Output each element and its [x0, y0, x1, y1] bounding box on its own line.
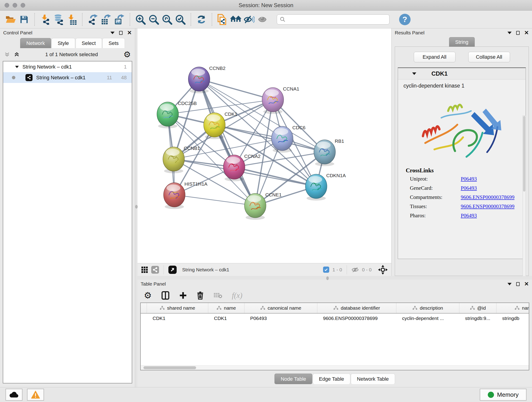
zoom-out-icon[interactable] [147, 13, 160, 26]
minimize-window-button[interactable] [13, 3, 17, 7]
zoom-in-icon[interactable] [134, 13, 147, 26]
delete-table-icon[interactable] [214, 292, 222, 299]
zoom-selected-icon[interactable] [174, 13, 187, 26]
panel-menu-icon[interactable] [110, 32, 114, 34]
crosslink-link[interactable]: P06493 [461, 176, 477, 182]
results-vertical-scrollbar[interactable] [523, 115, 526, 280]
network-canvas[interactable]: CCNB2CCNA1CDC25BCDK1CDC6RB1CCNB1CCNA2CDK… [138, 28, 391, 263]
import-network-file-icon[interactable] [38, 13, 52, 26]
cloud-status-button[interactable] [6, 389, 22, 401]
crosslinks-heading: CrossLinks [406, 167, 526, 174]
crosslink-link[interactable]: P06493 [461, 185, 477, 191]
expand-all-button[interactable]: Expand All [414, 52, 456, 62]
crosslink-link[interactable]: 9606.ENSP00000378699 [461, 204, 515, 210]
column-header--id[interactable]: @id [459, 303, 496, 313]
save-session-icon[interactable] [17, 13, 31, 26]
crosslink-link[interactable]: 9606.ENSP00000378699 [461, 194, 515, 200]
network-node-rb1[interactable]: RB1 [314, 138, 344, 166]
tab-select[interactable]: Select [76, 38, 102, 48]
import-network-database-icon[interactable] [52, 13, 65, 26]
maximize-window-button[interactable] [21, 3, 25, 7]
panel-float-icon[interactable] [119, 31, 123, 35]
splitter-handle[interactable] [326, 276, 329, 280]
tab-edge-table[interactable]: Edge Table [313, 374, 350, 384]
table-horizontal-scrollbar[interactable] [141, 365, 529, 370]
panel-menu-icon[interactable] [507, 32, 512, 34]
column-header-name[interactable]: name [208, 303, 244, 313]
column-header-namespace[interactable]: namespace [496, 303, 529, 313]
tab-sets[interactable]: Sets [102, 38, 125, 48]
panel-float-icon[interactable] [516, 31, 520, 35]
home-pages-icon[interactable] [229, 13, 242, 26]
column-header-database-identifier[interactable]: database identifier [317, 303, 396, 313]
column-header-canonical-name[interactable]: canonical name [244, 303, 317, 313]
column-header-description[interactable]: description [396, 303, 459, 313]
network-row[interactable]: String Network – cdk1 11 48 [3, 72, 132, 83]
tab-string[interactable]: String [449, 37, 475, 47]
panel-close-icon[interactable]: ✕ [127, 30, 132, 36]
scrollbar-thumb[interactable] [523, 116, 525, 191]
open-session-icon[interactable] [4, 13, 17, 26]
selected-nodes-checkbox[interactable] [323, 267, 329, 273]
fit-content-crosshair-icon[interactable] [378, 265, 388, 274]
crosslink-link[interactable]: P06493 [461, 213, 477, 219]
refresh-view-icon[interactable] [195, 13, 208, 26]
duplicate-network-icon[interactable] [216, 13, 229, 26]
warning-status-button[interactable] [27, 389, 44, 401]
show-columns-icon[interactable] [161, 291, 170, 300]
delete-column-trash-icon[interactable] [196, 291, 204, 300]
network-node-cdkn1a[interactable]: CDKN1A [305, 173, 346, 201]
vertical-splitter[interactable] [135, 28, 138, 387]
splitter-handle[interactable] [135, 205, 138, 209]
export-table-icon[interactable] [99, 13, 113, 26]
panel-menu-icon[interactable] [507, 283, 512, 285]
network-node-ccne1[interactable]: CCNE1 [244, 192, 282, 220]
gene-header[interactable]: CDK1 [398, 68, 526, 80]
add-column-plus-icon[interactable] [179, 292, 187, 299]
collection-expand-icon[interactable] [15, 66, 19, 68]
gene-collapse-icon[interactable] [412, 72, 416, 75]
hidden-eye-icon[interactable] [351, 267, 359, 273]
expand-all-chevrons-icon[interactable] [4, 51, 10, 57]
search-input[interactable] [288, 17, 386, 22]
gene-description: cyclin-dependent kinase 1 [398, 80, 526, 89]
show-eye-icon[interactable] [256, 13, 269, 26]
tab-node-table[interactable]: Node Table [274, 374, 312, 384]
panel-close-icon[interactable]: ✕ [524, 281, 529, 287]
zoom-fit-icon[interactable] [160, 13, 174, 26]
help-button[interactable]: ? [399, 14, 411, 25]
network-edge[interactable] [234, 167, 316, 186]
export-network-icon[interactable] [86, 13, 99, 26]
network-node-cdc6[interactable]: CDC6 [272, 125, 305, 153]
tab-network[interactable]: Network [20, 38, 51, 48]
hide-selected-eye-icon[interactable] [242, 13, 256, 26]
network-node-ccna2[interactable]: CCNA2 [223, 153, 260, 181]
horizontal-splitter[interactable] [138, 276, 532, 280]
collapse-all-button[interactable]: Collapse All [468, 52, 510, 62]
network-edge[interactable] [174, 195, 255, 206]
function-builder-icon[interactable]: f(x) [232, 291, 242, 300]
scrollbar-thumb[interactable] [143, 366, 196, 369]
network-view-share-icon[interactable] [151, 266, 159, 274]
network-collection-row[interactable]: String Network – cdk1 1 [3, 61, 132, 72]
network-edge[interactable] [199, 79, 255, 206]
search-area [277, 14, 389, 25]
panel-close-icon[interactable]: ✕ [524, 30, 529, 36]
table-row[interactable]: CDK1CDK1P064939606.ENSP00000378699cyclin… [141, 313, 529, 323]
network-node-hist1h1a[interactable]: HIST1H1A [164, 181, 207, 209]
tab-network-table[interactable]: Network Table [351, 374, 395, 384]
memory-button[interactable]: Memory [480, 389, 526, 401]
panel-float-icon[interactable] [516, 282, 520, 286]
network-node-ccna1[interactable]: CCNA1 [262, 86, 299, 114]
column-header-shared-name[interactable]: shared name [147, 303, 208, 313]
import-table-file-icon[interactable] [65, 13, 78, 26]
birdseye-view-icon[interactable] [168, 266, 177, 274]
collapse-all-chevrons-icon[interactable] [14, 51, 20, 57]
network-node-ccnb2[interactable]: CCNB2 [188, 65, 225, 93]
table-options-gear-icon[interactable]: ⚙ [144, 291, 152, 300]
network-options-gear-icon[interactable]: ⚙ [123, 51, 131, 59]
grid-toggle-icon[interactable] [141, 266, 148, 273]
close-window-button[interactable] [5, 3, 9, 7]
export-image-icon[interactable] [113, 13, 126, 26]
tab-style[interactable]: Style [51, 38, 75, 48]
